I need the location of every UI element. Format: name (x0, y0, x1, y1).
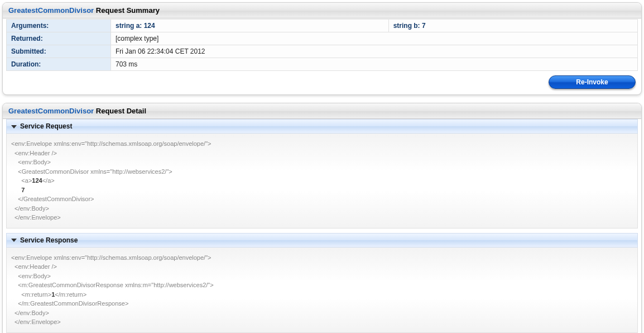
detail-header: GreatestCommonDivisor Request Detail (3, 103, 641, 119)
chevron-down-icon[interactable] (11, 239, 17, 242)
duration-label: Duration: (7, 58, 111, 71)
detail-title-suffix: Request Detail (94, 107, 146, 115)
service-response-xml: <env:Envelope xmlns:env="http://schemas.… (6, 248, 638, 333)
argument-a: string a: 124 (111, 20, 389, 32)
service-request-label: Service Request (20, 122, 72, 130)
summary-header: GreatestCommonDivisor Request Summary (3, 3, 641, 18)
summary-title-suffix: Request Summary (94, 6, 160, 15)
returned-label: Returned: (7, 32, 111, 45)
reinvoke-button[interactable]: Re-Invoke (549, 75, 636, 89)
returned-value: [complex type] (111, 32, 638, 45)
summary-body: Arguments: string a: 124 string b: 7 Ret… (3, 18, 641, 94)
service-request-xml: <env:Envelope xmlns:env="http://schemas.… (6, 134, 638, 229)
arguments-label: Arguments: (7, 20, 111, 32)
summary-operation-name: GreatestCommonDivisor (8, 6, 94, 15)
duration-value: 703 ms (111, 58, 638, 71)
request-detail-panel: GreatestCommonDivisor Request Detail Ser… (2, 103, 642, 333)
action-bar: Re-Invoke (6, 71, 638, 91)
detail-body: Service Request <env:Envelope xmlns:env=… (3, 119, 641, 333)
chevron-down-icon[interactable] (11, 125, 17, 129)
submitted-value: Fri Jan 06 22:34:04 CET 2012 (111, 45, 638, 58)
table-row: Duration: 703 ms (7, 58, 638, 71)
request-summary-panel: GreatestCommonDivisor Request Summary Ar… (2, 2, 642, 95)
table-row: Arguments: string a: 124 string b: 7 (7, 20, 638, 32)
table-row: Submitted: Fri Jan 06 22:34:04 CET 2012 (7, 45, 638, 58)
service-response-section-header[interactable]: Service Response (6, 233, 638, 248)
summary-table: Arguments: string a: 124 string b: 7 Ret… (6, 19, 638, 71)
service-request-section-header[interactable]: Service Request (6, 119, 638, 134)
submitted-label: Submitted: (7, 45, 111, 58)
table-row: Returned: [complex type] (7, 32, 638, 45)
service-response-label: Service Response (20, 236, 78, 244)
detail-operation-name: GreatestCommonDivisor (8, 107, 94, 115)
argument-b: string b: 7 (388, 20, 637, 32)
